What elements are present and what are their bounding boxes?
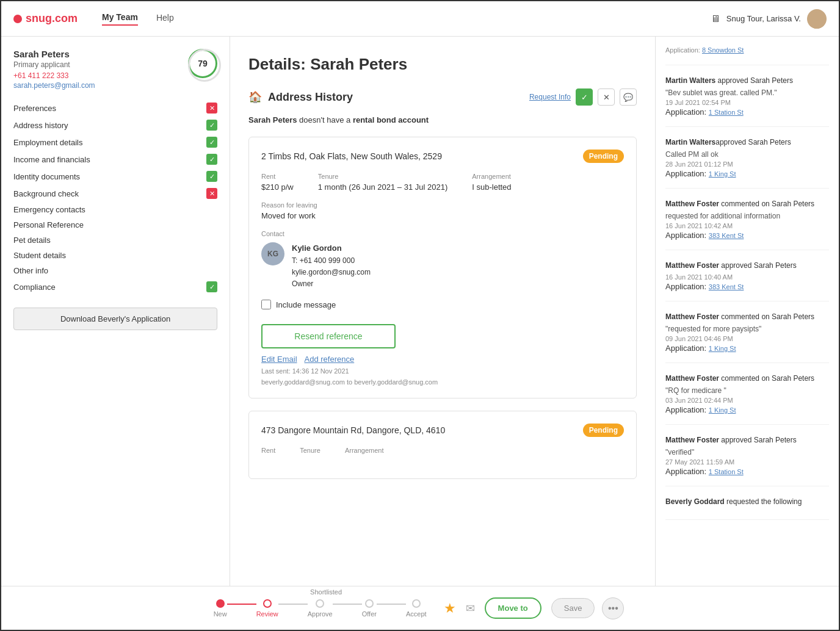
sidebar-item-student[interactable]: Student details — [13, 248, 217, 263]
sidebar-label-other: Other info — [13, 266, 217, 275]
main-content: Sarah Peters Primary applicant +61 411 2… — [1, 37, 839, 586]
sidebar-label-preferences: Preferences — [13, 104, 206, 113]
step-circle-offer — [365, 599, 374, 608]
resend-button[interactable]: Resend reference — [261, 324, 396, 348]
logo: snug.com — [13, 12, 78, 25]
sidebar-item-pets[interactable]: Pet details — [13, 233, 217, 248]
activity-quote-5: "requested for more paysipts" — [665, 325, 829, 333]
activity-link-4[interactable]: 383 Kent St — [709, 283, 744, 290]
header-username: Snug Tour, Larissa V. — [726, 14, 801, 23]
activity-app-7: Application: 1 Station St — [665, 467, 829, 476]
sidebar-item-identity[interactable]: Identity documents ✓ — [13, 168, 217, 185]
activity-time-5: 09 Jun 2021 04:46 PM — [665, 335, 829, 342]
activity-actor-4: Matthew Foster — [665, 261, 719, 270]
activity-quote-3: requested for additional information — [665, 212, 829, 220]
sidebar-item-emergency[interactable]: Emergency contacts — [13, 202, 217, 217]
steps-container: New Review Approve — [214, 599, 427, 618]
employment-status: ✓ — [206, 137, 217, 148]
activity-link-0[interactable]: 8 Snowdon St — [702, 46, 744, 54]
step-name-new: New — [214, 610, 227, 618]
sidebar-item-address[interactable]: Address history ✓ — [13, 117, 217, 134]
step-new: New — [214, 599, 227, 618]
star-icon[interactable]: ★ — [444, 600, 456, 616]
arrangement-group: Arrangement I sub-letted — [472, 173, 511, 192]
sidebar-label-employment: Employment details — [13, 138, 206, 147]
applicant-email[interactable]: sarah.peters@gmail.com — [13, 81, 95, 90]
avatar[interactable] — [807, 9, 827, 29]
include-message-checkbox[interactable] — [261, 300, 271, 309]
activity-link-3[interactable]: 383 Kent St — [709, 232, 744, 239]
sidebar-label-reference: Personal Reference — [13, 220, 217, 229]
request-info-x[interactable]: ✕ — [598, 88, 615, 106]
activity-app-1: Application: 1 Station St — [665, 107, 829, 117]
sidebar-item-compliance[interactable]: Compliance ✓ — [13, 278, 217, 295]
move-to-button[interactable]: Move to — [485, 597, 541, 619]
tenure-label: Tenure — [318, 173, 447, 180]
sidebar-label-student: Student details — [13, 251, 217, 260]
request-info-comment[interactable]: 💬 — [620, 88, 637, 106]
include-message-label: Include message — [276, 300, 336, 309]
mail-icon[interactable]: ✉ — [466, 602, 475, 615]
activity-quote-2: Called PM all ok — [665, 150, 829, 159]
activity-text-4: Matthew Foster approved Sarah Peters — [665, 260, 829, 271]
logo-dot — [13, 15, 22, 23]
step-accept: Accept — [406, 599, 427, 618]
sidebar-label-pets: Pet details — [13, 236, 217, 245]
applicant-phone[interactable]: +61 411 222 333 — [13, 71, 95, 80]
save-button[interactable]: Save — [551, 598, 595, 618]
svg-point-1 — [809, 20, 824, 29]
activity-quote-1: "Bev sublet was great. called PM." — [665, 88, 829, 97]
sidebar-label-background: Background check — [13, 189, 206, 198]
applicant-name-bond: Sarah Peters — [248, 115, 297, 124]
resend-section: Resend reference — [261, 317, 624, 348]
activity-app-prefix-0: Application: 8 Snowdon St — [665, 46, 829, 54]
activity-app-2: Application: 1 King St — [665, 169, 829, 178]
nav-my-team[interactable]: My Team — [102, 12, 138, 26]
address-card-1: 2 Timbs Rd, Oak Flats, New South Wales, … — [248, 137, 637, 398]
sidebar-label-emergency: Emergency contacts — [13, 205, 217, 214]
rent-value: $210 p/w — [261, 182, 294, 192]
address-status: ✓ — [206, 120, 217, 131]
nav-help[interactable]: Help — [156, 13, 174, 25]
request-info-link[interactable]: Request Info — [529, 93, 571, 101]
activity-action-8: requested the following — [725, 497, 802, 506]
activity-link-2[interactable]: 1 King St — [709, 170, 736, 178]
activity-link-7[interactable]: 1 Station St — [709, 468, 744, 475]
activity-text-5: Matthew Foster commented on Sarah Peters — [665, 311, 829, 322]
arrangement-value: I sub-letted — [472, 182, 511, 192]
app-prefix: Application: — [665, 46, 702, 54]
rent-label: Rent — [261, 173, 294, 180]
rent-group: Rent $210 p/w — [261, 173, 294, 192]
activity-time-2: 28 Jun 2021 01:12 PM — [665, 160, 829, 168]
svg-point-0 — [813, 12, 821, 21]
activity-link-5[interactable]: 1 King St — [709, 345, 736, 352]
monitor-icon: 🖥 — [711, 13, 720, 24]
arrangement-label-2: Arrangement — [345, 447, 384, 454]
activity-link-1[interactable]: 1 Station St — [709, 109, 744, 116]
address-text-1: 2 Timbs Rd, Oak Flats, New South Wales, … — [261, 151, 442, 161]
step-line-3 — [333, 604, 362, 605]
edit-email-link[interactable]: Edit Email — [261, 355, 297, 364]
sidebar-item-reference[interactable]: Personal Reference — [13, 217, 217, 233]
step-circle-review — [263, 599, 272, 608]
address-header-2: 473 Dangore Mountain Rd, Dangore, QLD, 4… — [261, 424, 624, 437]
contact-avatar: KG — [261, 242, 284, 265]
add-reference-link[interactable]: Add reference — [305, 355, 355, 364]
more-button[interactable]: ••• — [602, 597, 624, 619]
step-name-review: Review — [256, 610, 278, 618]
activity-link-6[interactable]: 1 King St — [709, 406, 736, 414]
request-info-check[interactable]: ✓ — [576, 88, 593, 106]
activity-item-4: Matthew Foster approved Sarah Peters 16 … — [665, 260, 829, 301]
sidebar-item-preferences[interactable]: Preferences ✕ — [13, 99, 217, 117]
sidebar-item-employment[interactable]: Employment details ✓ — [13, 134, 217, 151]
step-circle-approve — [316, 599, 324, 608]
activity-time-6: 03 Jun 2021 02:44 PM — [665, 397, 829, 404]
sidebar-item-background[interactable]: Background check ✕ — [13, 185, 217, 202]
address-details-2: Rent Tenure Arrangement — [261, 447, 624, 456]
score-circle: 79 — [188, 49, 217, 78]
sidebar-item-other[interactable]: Other info — [13, 263, 217, 278]
activity-item-5: Matthew Foster commented on Sarah Peters… — [665, 311, 829, 363]
step-line-1 — [227, 604, 256, 605]
download-button[interactable]: Download Beverly's Application — [13, 308, 217, 330]
sidebar-item-income[interactable]: Income and financials ✓ — [13, 151, 217, 168]
